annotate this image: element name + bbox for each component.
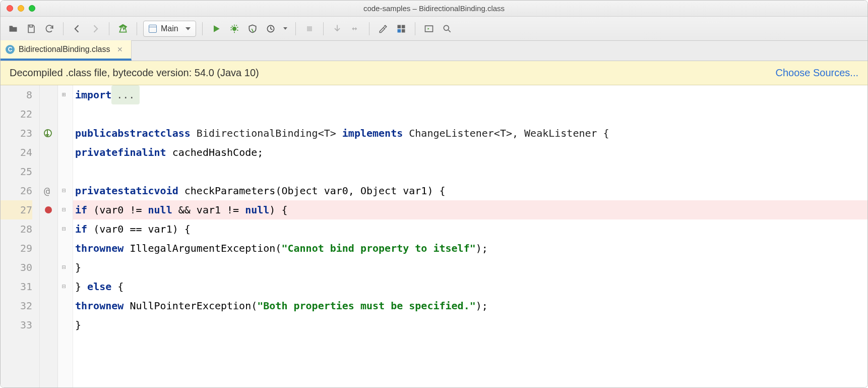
folded-import-pill[interactable]: ... <box>111 85 140 104</box>
breakpoint-icon[interactable] <box>45 206 52 213</box>
line-number: 32 <box>1 296 32 315</box>
run-anything-button[interactable] <box>421 21 437 36</box>
line-number: 27 <box>1 200 32 219</box>
line-number: 23 <box>1 124 32 143</box>
choose-sources-link[interactable]: Choose Sources... <box>775 67 858 79</box>
vcs-update-button[interactable] <box>330 21 345 36</box>
svg-rect-3 <box>397 25 401 28</box>
code-line[interactable]: throw new NullPointerException("Both pro… <box>73 296 867 315</box>
line-number: 24 <box>1 143 32 162</box>
fold-end-icon[interactable]: ⊟ <box>62 258 66 277</box>
svg-rect-2 <box>307 26 312 31</box>
toolbar-separator <box>323 22 324 35</box>
open-file-button[interactable] <box>6 21 21 36</box>
debug-button[interactable] <box>227 21 242 36</box>
fold-collapse-icon[interactable]: ⊟ <box>62 219 66 239</box>
line-number: 25 <box>1 162 32 181</box>
svg-point-8 <box>444 25 449 30</box>
build-button[interactable] <box>115 21 131 36</box>
svg-rect-5 <box>397 29 401 32</box>
implements-marker-icon[interactable] <box>44 129 52 137</box>
decompiled-banner: Decompiled .class file, bytecode version… <box>1 61 867 85</box>
fold-collapse-icon[interactable]: ⊟ <box>62 200 66 219</box>
line-number: 29 <box>1 239 32 258</box>
code-line[interactable]: if (var0 == var1) { <box>73 219 867 239</box>
code-line[interactable] <box>73 162 867 181</box>
code-line[interactable]: private final int cachedHashCode; <box>73 143 867 162</box>
settings-button[interactable] <box>376 21 391 36</box>
toolbar-separator <box>109 22 109 35</box>
ide-window: code-samples – BidirectionalBinding.clas… <box>0 0 868 388</box>
line-number: 33 <box>1 315 32 335</box>
line-number: 22 <box>1 104 32 124</box>
code-line[interactable]: public abstract class BidirectionalBindi… <box>73 124 867 143</box>
code-editor[interactable]: 8 22 23 24 25 26 27 28 29 30 31 32 33 @ … <box>1 85 867 387</box>
vcs-commit-button[interactable] <box>348 21 363 36</box>
toolbar-separator <box>63 22 64 35</box>
stop-button[interactable] <box>302 21 317 36</box>
code-line[interactable]: } <box>73 315 867 335</box>
window-title: code-samples – BidirectionalBinding.clas… <box>1 4 867 13</box>
svg-rect-4 <box>402 25 405 28</box>
code-line-breakpoint[interactable]: if (var0 != null && var1 != null) { <box>73 200 867 219</box>
fold-collapse-icon[interactable]: ⊟ <box>62 181 66 200</box>
profile-button[interactable] <box>263 21 278 36</box>
toolbar-separator <box>202 22 203 35</box>
save-button[interactable] <box>24 21 39 36</box>
dropdown-arrow-icon <box>185 27 191 30</box>
toolbar-separator <box>415 22 415 35</box>
run-button[interactable] <box>209 21 224 36</box>
search-button[interactable] <box>440 21 455 36</box>
titlebar: code-samples – BidirectionalBinding.clas… <box>1 1 867 17</box>
line-number-gutter: 8 22 23 24 25 26 27 28 29 30 31 32 33 <box>1 85 40 387</box>
back-button[interactable] <box>70 21 85 36</box>
run-config-name: Main <box>161 24 178 33</box>
line-number: 26 <box>1 181 32 200</box>
main-toolbar: Main <box>1 17 867 41</box>
structure-button[interactable] <box>394 21 409 36</box>
toolbar-separator <box>137 22 137 35</box>
marker-gutter: @ <box>40 85 58 387</box>
banner-text: Decompiled .class file, bytecode version… <box>10 67 259 79</box>
editor-tab-active[interactable]: C BidirectionalBinding.class ✕ <box>1 40 132 61</box>
code-line[interactable]: throw new IllegalArgumentException("Cann… <box>73 239 867 258</box>
tab-label: BidirectionalBinding.class <box>19 45 110 54</box>
fold-expand-icon[interactable]: ⊞ <box>62 85 66 104</box>
toolbar-separator <box>369 22 369 35</box>
refresh-button[interactable] <box>42 21 57 36</box>
code-line[interactable]: import ... <box>73 85 867 104</box>
toolbar-separator <box>295 22 296 35</box>
run-config-selector[interactable]: Main <box>143 21 196 37</box>
application-icon <box>149 25 157 33</box>
code-line[interactable] <box>73 104 867 124</box>
line-number: 28 <box>1 219 32 239</box>
code-line[interactable]: private static void checkParameters(Obje… <box>73 181 867 200</box>
close-tab-button[interactable]: ✕ <box>117 45 123 53</box>
coverage-button[interactable] <box>245 21 260 36</box>
code-line[interactable]: } <box>73 258 867 277</box>
line-number: 8 <box>1 85 32 104</box>
forward-button[interactable] <box>88 21 103 36</box>
code-line[interactable]: } else { <box>73 277 867 296</box>
svg-rect-6 <box>402 29 405 32</box>
line-number: 30 <box>1 258 32 277</box>
window-close-button[interactable] <box>7 5 13 12</box>
class-file-icon: C <box>6 45 15 54</box>
profile-dropdown[interactable] <box>281 21 289 36</box>
window-minimize-button[interactable] <box>18 5 24 12</box>
fold-collapse-icon[interactable]: ⊟ <box>62 277 66 296</box>
line-number: 31 <box>1 277 32 296</box>
editor-tabs: C BidirectionalBinding.class ✕ <box>1 41 867 61</box>
svg-point-0 <box>232 26 236 30</box>
code-area[interactable]: import ... public abstract class Bidirec… <box>73 85 867 387</box>
annotation-marker-icon[interactable]: @ <box>44 181 50 200</box>
fold-gutter: ⊞ ⊟ ⊟ ⊟ ⊟ ⊟ <box>58 85 73 387</box>
window-zoom-button[interactable] <box>29 5 35 12</box>
